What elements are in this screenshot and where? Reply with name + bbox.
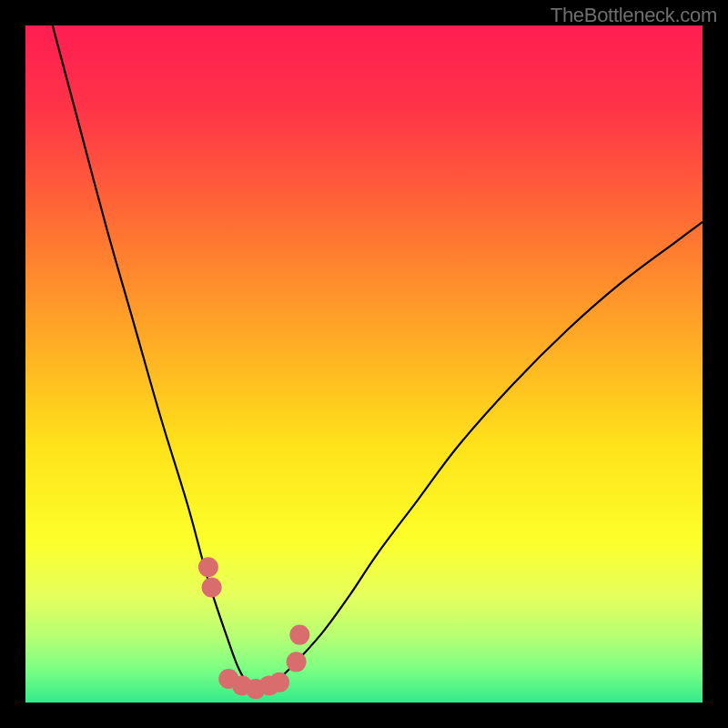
attribution-text: TheBottleneck.com [551,4,717,27]
highlight-marker [202,578,222,598]
bottleneck-curve-chart [25,25,703,703]
highlight-marker [287,652,307,672]
gradient-background [25,25,703,703]
chart-plot-area [25,25,703,703]
highlight-marker [198,557,218,577]
highlight-marker [269,672,289,693]
highlight-marker [289,625,309,645]
